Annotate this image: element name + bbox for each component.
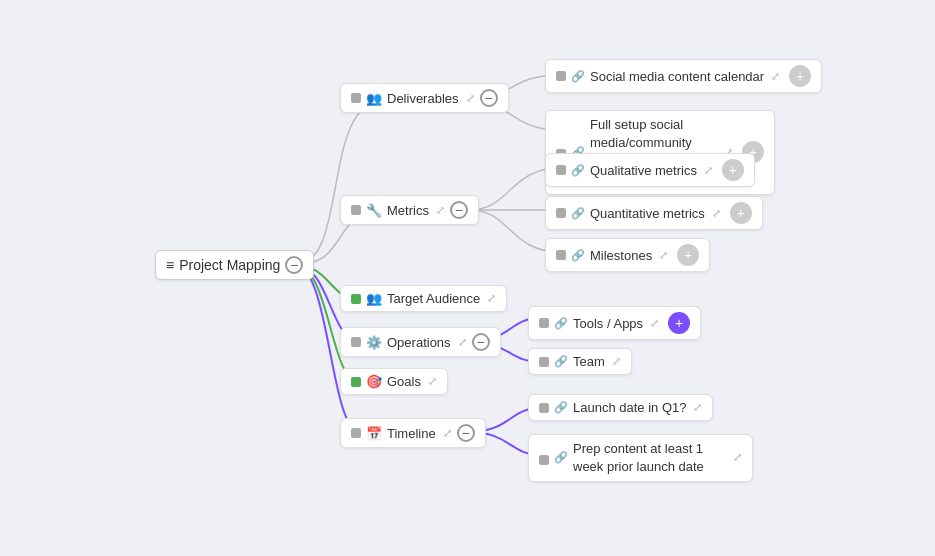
metrics-icon: 🔧 — [366, 203, 382, 218]
deliverables-color — [351, 93, 361, 103]
milestones-expand-icon: ⤢ — [659, 249, 668, 262]
deliverables-expand-icon: ⤢ — [466, 92, 475, 105]
tools-label: Tools / Apps — [573, 316, 643, 331]
timeline-expand-btn[interactable]: − — [457, 424, 475, 442]
tools-add-btn[interactable]: + — [668, 312, 690, 334]
root-icon: ≡ — [166, 257, 174, 273]
prep-color — [539, 455, 549, 465]
target-audience-icon: 👥 — [366, 291, 382, 306]
prep-label: Prep content at least 1 week prior launc… — [573, 440, 726, 476]
quantitative-label: Quantitative metrics — [590, 206, 705, 221]
metrics-color — [351, 205, 361, 215]
milestones-color — [556, 250, 566, 260]
launch-label: Launch date in Q1? — [573, 400, 686, 415]
target-audience-node[interactable]: 👥 Target Audience ⤢ — [340, 285, 507, 312]
goals-node[interactable]: 🎯 Goals ⤢ — [340, 368, 448, 395]
operations-expand-icon: ⤢ — [458, 336, 467, 349]
target-audience-color — [351, 294, 361, 304]
deliverables-label: Deliverables — [387, 91, 459, 106]
tools-icon: 🔗 — [554, 317, 568, 330]
tools-color — [539, 318, 549, 328]
goals-label: Goals — [387, 374, 421, 389]
quantitative-icon: 🔗 — [571, 207, 585, 220]
metrics-expand-btn[interactable]: − — [450, 201, 468, 219]
quantitative-add-btn[interactable]: + — [730, 202, 752, 224]
team-icon: 🔗 — [554, 355, 568, 368]
launch-date-node[interactable]: 🔗 Launch date in Q1? ⤢ — [528, 394, 713, 421]
qualitative-color — [556, 165, 566, 175]
launch-icon: 🔗 — [554, 401, 568, 414]
social-calendar-label: Social media content calendar — [590, 69, 764, 84]
milestones-label: Milestones — [590, 248, 652, 263]
operations-label: Operations — [387, 335, 451, 350]
target-audience-label: Target Audience — [387, 291, 480, 306]
social-media-calendar-node[interactable]: 🔗 Social media content calendar ⤢ + — [545, 59, 822, 93]
tools-apps-node[interactable]: 🔗 Tools / Apps ⤢ + — [528, 306, 701, 340]
timeline-expand-icon: ⤢ — [443, 427, 452, 440]
timeline-node[interactable]: 📅 Timeline ⤢ − — [340, 418, 486, 448]
milestones-add-btn[interactable]: + — [677, 244, 699, 266]
prep-expand-icon: ⤢ — [733, 450, 742, 465]
timeline-icon: 📅 — [366, 426, 382, 441]
social-calendar-color — [556, 71, 566, 81]
team-color — [539, 357, 549, 367]
team-node[interactable]: 🔗 Team ⤢ — [528, 348, 632, 375]
team-expand-icon: ⤢ — [612, 355, 621, 368]
goals-expand-icon: ⤢ — [428, 375, 437, 388]
operations-expand-btn[interactable]: − — [472, 333, 490, 351]
launch-expand-icon: ⤢ — [693, 401, 702, 414]
operations-icon: ⚙️ — [366, 335, 382, 350]
prep-icon: 🔗 — [554, 450, 568, 465]
qualitative-metrics-node[interactable]: 🔗 Qualitative metrics ⤢ + — [545, 153, 755, 187]
goals-icon: 🎯 — [366, 374, 382, 389]
target-audience-expand-icon: ⤢ — [487, 292, 496, 305]
root-label: Project Mapping — [179, 257, 280, 273]
metrics-expand-icon: ⤢ — [436, 204, 445, 217]
timeline-label: Timeline — [387, 426, 436, 441]
team-label: Team — [573, 354, 605, 369]
prep-content-node[interactable]: 🔗 Prep content at least 1 week prior lau… — [528, 434, 753, 482]
quantitative-expand-icon: ⤢ — [712, 207, 721, 220]
mindmap-canvas: ≡ Project Mapping − 👥 Deliverables ⤢ − 🔧… — [0, 0, 935, 556]
quantitative-metrics-node[interactable]: 🔗 Quantitative metrics ⤢ + — [545, 196, 763, 230]
qualitative-label: Qualitative metrics — [590, 163, 697, 178]
operations-node[interactable]: ⚙️ Operations ⤢ − — [340, 327, 501, 357]
milestones-node[interactable]: 🔗 Milestones ⤢ + — [545, 238, 710, 272]
milestones-icon: 🔗 — [571, 249, 585, 262]
launch-color — [539, 403, 549, 413]
quantitative-color — [556, 208, 566, 218]
root-expand-btn[interactable]: − — [285, 256, 303, 274]
metrics-label: Metrics — [387, 203, 429, 218]
qualitative-expand-icon: ⤢ — [704, 164, 713, 177]
social-calendar-expand-icon: ⤢ — [771, 70, 780, 83]
qualitative-icon: 🔗 — [571, 164, 585, 177]
deliverables-expand-btn[interactable]: − — [480, 89, 498, 107]
timeline-color — [351, 428, 361, 438]
operations-color — [351, 337, 361, 347]
social-calendar-add-btn[interactable]: + — [789, 65, 811, 87]
deliverables-icon: 👥 — [366, 91, 382, 106]
deliverables-node[interactable]: 👥 Deliverables ⤢ − — [340, 83, 509, 113]
root-node[interactable]: ≡ Project Mapping − — [155, 250, 314, 280]
qualitative-add-btn[interactable]: + — [722, 159, 744, 181]
social-calendar-icon: 🔗 — [571, 70, 585, 83]
metrics-node[interactable]: 🔧 Metrics ⤢ − — [340, 195, 479, 225]
goals-color — [351, 377, 361, 387]
tools-expand-icon: ⤢ — [650, 317, 659, 330]
